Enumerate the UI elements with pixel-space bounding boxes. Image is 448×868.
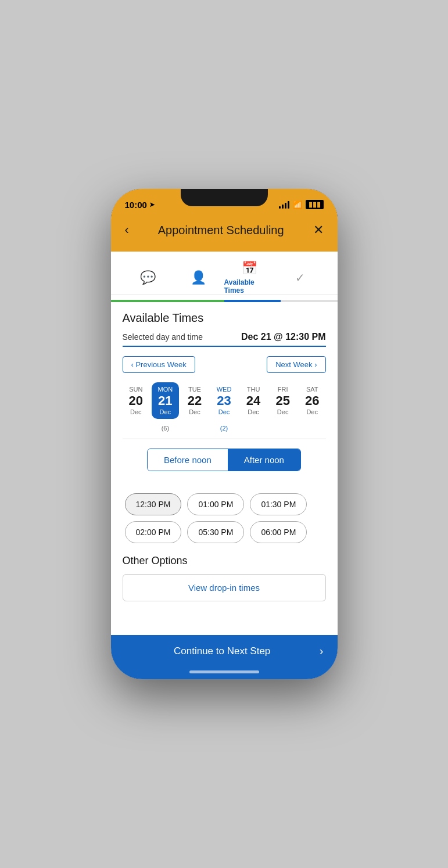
chevron-right-icon: › — [320, 644, 324, 658]
status-time: 10:00 ➤ — [125, 200, 155, 210]
day-wed-23[interactable]: WED 23 Dec — [210, 382, 238, 419]
home-indicator — [111, 667, 338, 679]
selected-label: Selected day and time — [123, 332, 203, 342]
step-2-user[interactable]: 👤 — [173, 270, 224, 285]
divider — [123, 439, 326, 439]
user-icon: 👤 — [191, 270, 206, 285]
time-slot-100pm[interactable]: 01:00 PM — [187, 493, 244, 515]
step-indicators: 💬 👤 📅 Available Times ✓ — [111, 252, 338, 295]
continue-label: Continue to Next Step — [125, 645, 320, 657]
slot-counts: (6) (2) — [123, 424, 326, 432]
wifi-icon: 📶 — [293, 200, 302, 209]
step-3-label: Available Times — [224, 278, 275, 295]
calendar-days: SUN 20 Dec MON 21 Dec TUE 22 Dec — [123, 382, 326, 419]
day-sun-20[interactable]: SUN 20 Dec — [123, 382, 150, 419]
week-navigation: ‹ Previous Week Next Week › — [123, 356, 326, 373]
day-mon-21[interactable]: MON 21 Dec — [152, 382, 179, 419]
step-4-confirm[interactable]: ✓ — [275, 271, 326, 285]
signal-icon — [279, 200, 289, 209]
content-area: 💬 👤 📅 Available Times ✓ — [111, 252, 338, 635]
other-options-title: Other Options — [123, 555, 326, 567]
calendar-icon: 📅 — [242, 261, 257, 276]
day-fri-25[interactable]: FRI 25 Dec — [269, 382, 296, 419]
prev-week-button[interactable]: ‹ Previous Week — [123, 356, 195, 373]
selected-value: Dec 21 @ 12:30 PM — [241, 332, 325, 342]
chat-icon: 💬 — [140, 270, 156, 285]
progress-bar — [111, 300, 338, 302]
progress-seg-4 — [281, 300, 338, 302]
status-icons: 📶 ▮▮▮ — [279, 200, 324, 209]
time-slot-200pm[interactable]: 02:00 PM — [125, 521, 182, 543]
close-button[interactable]: ✕ — [311, 220, 326, 240]
day-sat-26[interactable]: SAT 26 Dec — [299, 382, 326, 419]
time-slot-130pm[interactable]: 01:30 PM — [250, 493, 307, 515]
view-dropins-button[interactable]: View drop-in times — [123, 574, 326, 601]
time-slot-600pm[interactable]: 06:00 PM — [250, 521, 307, 543]
time-slot-530pm[interactable]: 05:30 PM — [187, 521, 244, 543]
progress-seg-3 — [224, 300, 281, 302]
day-thu-24[interactable]: THU 24 Dec — [240, 382, 267, 419]
battery-icon: ▮▮▮ — [306, 200, 324, 209]
step-3-calendar[interactable]: 📅 Available Times — [224, 261, 275, 295]
wed-count: (2) — [210, 425, 238, 432]
bottom-bar: Continue to Next Step › — [111, 635, 338, 679]
time-slot-1230pm[interactable]: 12:30 PM — [125, 493, 182, 515]
back-button[interactable]: ‹ — [123, 220, 131, 240]
after-noon-button[interactable]: After noon — [228, 449, 300, 471]
step-1-chat[interactable]: 💬 — [123, 270, 174, 285]
time-toggle: Before noon After noon — [147, 449, 301, 471]
progress-seg-1 — [111, 300, 168, 302]
before-noon-button[interactable]: Before noon — [148, 449, 228, 471]
mon-count: (6) — [152, 425, 179, 432]
section-title: Available Times — [123, 311, 326, 325]
selected-datetime: Selected day and time Dec 21 @ 12:30 PM — [123, 332, 326, 347]
time-slots: 12:30 PM 01:00 PM 01:30 PM 02:00 PM 05:3… — [123, 493, 326, 543]
main-content: Available Times Selected day and time De… — [111, 302, 338, 611]
check-icon: ✓ — [295, 271, 305, 285]
home-bar — [189, 670, 259, 673]
continue-bar[interactable]: Continue to Next Step › — [111, 635, 338, 667]
app-header: ‹ Appointment Scheduling ✕ — [111, 214, 338, 252]
progress-seg-2 — [167, 300, 224, 302]
day-tue-22[interactable]: TUE 22 Dec — [181, 382, 209, 419]
next-week-button[interactable]: Next Week › — [267, 356, 325, 373]
location-icon: ➤ — [149, 201, 155, 209]
page-title: Appointment Scheduling — [131, 224, 311, 237]
